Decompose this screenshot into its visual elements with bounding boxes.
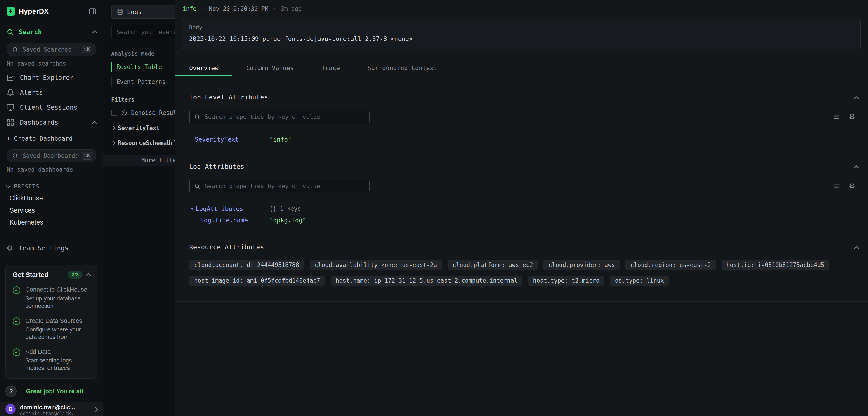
tab-overview[interactable]: Overview bbox=[176, 61, 232, 76]
top-level-attributes-section: Top Level Attributes ⚙ bbox=[176, 94, 868, 145]
preset-item-kubernetes[interactable]: Kubernetes bbox=[0, 216, 103, 228]
property-search[interactable] bbox=[189, 111, 370, 123]
search-icon bbox=[12, 153, 18, 159]
property-search-input[interactable] bbox=[204, 182, 365, 190]
chevron-right-icon bbox=[111, 141, 115, 145]
resource-pill[interactable]: cloud.provider: aws bbox=[544, 260, 620, 270]
sidebar-item-alerts[interactable]: Alerts bbox=[0, 85, 103, 100]
event-search-input[interactable] bbox=[111, 25, 175, 39]
filter-group-label: SeverityText bbox=[118, 125, 160, 131]
check-circle-icon: ✓ bbox=[13, 318, 20, 325]
progress-badge: 3/3 bbox=[68, 271, 83, 279]
attribute-row[interactable]: SeverityText "info" bbox=[189, 134, 861, 145]
step-title: Connect to ClickHouse bbox=[25, 286, 90, 294]
saved-dashboards-search[interactable]: ⌘K bbox=[6, 149, 96, 162]
sidebar-item-team-settings[interactable]: ⚙ Team Settings bbox=[0, 241, 103, 256]
source-label: Logs bbox=[127, 8, 142, 16]
root-key-label[interactable]: LogAttributes bbox=[195, 205, 243, 212]
property-search[interactable] bbox=[189, 180, 370, 192]
create-dashboard-button[interactable]: + Create Dashboard bbox=[0, 130, 103, 146]
presets-label: PRESETS bbox=[14, 183, 39, 190]
resource-pill[interactable]: host.image.id: ami-0f5fcdfbd140e4ab7 bbox=[189, 276, 325, 286]
search-icon bbox=[194, 114, 200, 120]
preset-item-services[interactable]: Services bbox=[0, 204, 103, 216]
nav-label: Client Sessions bbox=[20, 104, 77, 111]
resource-pill[interactable]: cloud.platform: aws_ec2 bbox=[447, 260, 538, 270]
attribute-tree-root[interactable]: LogAttributes {} 1 keys bbox=[189, 203, 861, 214]
chart-icon bbox=[6, 74, 14, 81]
get-started-item[interactable]: ✓ Create Data Sources Configure where yo… bbox=[13, 317, 90, 341]
circle-slash-icon bbox=[121, 110, 127, 116]
chevron-up-icon bbox=[92, 121, 97, 126]
mode-event-patterns[interactable]: Event Patterns bbox=[111, 77, 175, 87]
attribute-value[interactable]: "info" bbox=[270, 136, 861, 143]
help-button[interactable]: ? bbox=[5, 386, 17, 397]
saved-searches-input[interactable] bbox=[22, 46, 78, 54]
filter-group-resourceschemaurl[interactable]: ResourceSchemaUrl bbox=[111, 140, 175, 146]
mode-results-table[interactable]: Results Table bbox=[111, 62, 175, 72]
filter-group-label: ResourceSchemaUrl bbox=[118, 140, 175, 146]
attribute-key[interactable]: log.file.name bbox=[189, 216, 270, 224]
resource-pill[interactable]: os.type: linux bbox=[610, 276, 669, 286]
tab-column-values[interactable]: Column Values bbox=[232, 61, 308, 76]
step-desc: Configure where your data comes from bbox=[25, 326, 90, 341]
analysis-mode-label: Analysis Mode bbox=[111, 51, 175, 57]
section-title: Top Level Attributes bbox=[189, 94, 861, 101]
nav-label: Dashboards bbox=[20, 119, 88, 126]
user-menu[interactable]: D dominic.tran@clic... dominic.tran@clic… bbox=[0, 402, 103, 416]
nav-label: Alerts bbox=[20, 89, 43, 96]
get-started-item[interactable]: ✓ Add Data Start sending logs, metrics, … bbox=[13, 348, 90, 372]
tab-trace[interactable]: Trace bbox=[308, 61, 353, 76]
body-text: 2025-10-22 10:15:09 purge fonts-dejavu-c… bbox=[189, 35, 855, 42]
source-selector-button[interactable]: Logs bbox=[111, 5, 175, 19]
resource-pill[interactable]: host.name: ip-172-31-12-5.us-east-2.comp… bbox=[331, 276, 523, 286]
property-search-input[interactable] bbox=[204, 113, 365, 121]
attribute-key: LogAttributes bbox=[189, 205, 270, 212]
gear-icon[interactable]: ⚙ bbox=[849, 182, 855, 190]
user-email: dominic.tran@click... bbox=[20, 411, 90, 416]
section-title: Resource Attributes bbox=[189, 243, 861, 251]
collapse-sidebar-icon[interactable] bbox=[89, 7, 96, 15]
resource-pill[interactable]: host.type: t2.micro bbox=[528, 276, 604, 286]
denoise-results-toggle[interactable]: Denoise Resul bbox=[111, 110, 175, 116]
more-filters-button[interactable]: More filte bbox=[103, 155, 175, 166]
line-wrap-icon[interactable] bbox=[833, 113, 840, 120]
saved-searches-search[interactable]: ⌘K bbox=[6, 43, 96, 56]
bell-icon bbox=[6, 89, 14, 96]
relative-time: 3m ago bbox=[281, 5, 302, 12]
dashboard-grid-icon bbox=[6, 119, 14, 126]
step-title: Add Data bbox=[25, 348, 90, 356]
tab-surrounding-context[interactable]: Surrounding Context bbox=[354, 61, 451, 76]
get-started-header[interactable]: Get Started 3/3 bbox=[13, 271, 90, 279]
sidebar-section-search[interactable]: Search bbox=[0, 24, 103, 39]
gear-icon: ⚙ bbox=[6, 245, 13, 252]
check-circle-icon: ✓ bbox=[13, 348, 20, 356]
app-window: HyperDX Search ⌘K No saved searches bbox=[0, 0, 868, 416]
database-icon bbox=[117, 8, 123, 15]
resource-pill[interactable]: host.id: i-0510b81275acbe4d5 bbox=[721, 260, 829, 270]
preset-item-clickhouse[interactable]: ClickHouse bbox=[0, 192, 103, 204]
step-title: Create Data Sources bbox=[25, 317, 90, 325]
resource-pill[interactable]: cloud.account.id: 244449518788 bbox=[189, 260, 304, 270]
presets-toggle[interactable]: PRESETS bbox=[0, 176, 103, 192]
attribute-key[interactable]: SeverityText bbox=[189, 136, 270, 143]
gear-icon[interactable]: ⚙ bbox=[849, 113, 855, 120]
sidebar-item-chart-explorer[interactable]: Chart Explorer bbox=[0, 70, 103, 85]
event-timestamp: Nov 20 2:20:30 PM bbox=[209, 5, 268, 12]
denoise-checkbox[interactable] bbox=[111, 110, 117, 116]
resource-attributes-section: Resource Attributes cloud.account.id: 24… bbox=[176, 243, 868, 286]
resource-pill[interactable]: cloud.region: us-east-2 bbox=[625, 260, 716, 270]
denoise-label: Denoise Resul bbox=[131, 110, 175, 116]
line-wrap-icon[interactable] bbox=[833, 182, 840, 190]
attribute-value[interactable]: "dpkg.log" bbox=[270, 216, 861, 224]
attribute-row[interactable]: log.file.name "dpkg.log" bbox=[189, 214, 861, 226]
get-started-item[interactable]: ✓ Connect to ClickHouse Set up your data… bbox=[13, 286, 90, 309]
step-desc: Set up your database connection bbox=[25, 295, 90, 310]
chevron-right-icon bbox=[111, 125, 115, 130]
filter-group-severitytext[interactable]: SeverityText bbox=[111, 125, 175, 131]
filters-label: Filters bbox=[111, 96, 175, 103]
saved-dashboards-input[interactable] bbox=[22, 152, 78, 160]
resource-pill[interactable]: cloud.availability_zone: us-east-2a bbox=[310, 260, 442, 270]
sidebar-item-client-sessions[interactable]: Client Sessions bbox=[0, 100, 103, 115]
sidebar-item-dashboards[interactable]: Dashboards bbox=[0, 115, 103, 130]
